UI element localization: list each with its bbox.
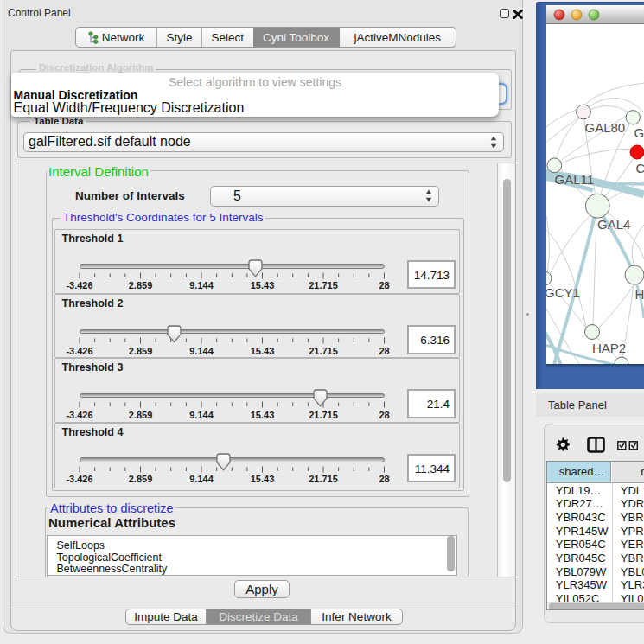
svg-text:G.: G. <box>634 125 644 140</box>
svg-text:HAP2: HAP2 <box>592 341 626 355</box>
svg-text:H: H <box>635 287 644 302</box>
svg-text:GCY1: GCY1 <box>546 285 580 300</box>
svg-text:C: C <box>636 161 644 175</box>
svg-text:GAL4: GAL4 <box>597 217 630 232</box>
svg-text:GAL80: GAL80 <box>585 120 626 135</box>
svg-text:GAL11: GAL11 <box>555 172 595 187</box>
